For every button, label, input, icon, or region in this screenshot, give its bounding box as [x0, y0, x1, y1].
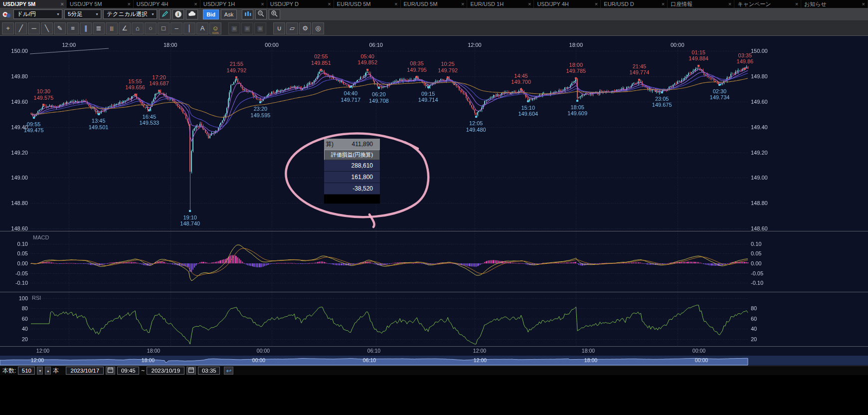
pin-tool[interactable]: ◎ — [312, 22, 324, 34]
crosshair-tool-icon: + — [6, 24, 10, 32]
tab-close-icon[interactable]: × — [528, 1, 531, 7]
tab-4[interactable]: USD/JPY D× — [267, 0, 334, 8]
tab-3[interactable]: USD/JPY 1H× — [200, 0, 267, 8]
spacer-1 — [222, 22, 227, 34]
tab-bar: USD/JPY 5M×USD/JPY 5M×USD/JPY 4H×USD/JPY… — [0, 0, 868, 8]
tab-0[interactable]: USD/JPY 5M× — [0, 0, 67, 8]
tab-close-icon[interactable]: × — [461, 1, 464, 7]
tab-close-icon[interactable]: × — [728, 1, 731, 7]
icon-tool-label: ICON — [210, 31, 221, 34]
tab-close-icon[interactable]: × — [127, 1, 130, 7]
time-from-input[interactable]: 09:45 — [117, 367, 139, 375]
tab-close-icon[interactable]: × — [862, 1, 865, 7]
bar-count-input[interactable]: 510 — [18, 367, 35, 375]
tab-close-icon[interactable]: × — [261, 1, 264, 7]
tab-close-icon[interactable]: × — [595, 1, 598, 7]
ask-button[interactable]: Ask — [221, 9, 237, 19]
tab-6[interactable]: EUR/USD 5M× — [401, 0, 468, 8]
pair-select[interactable]: ドル/円 ▼ — [13, 9, 62, 19]
icon-stamp-tool[interactable]: ☺ICON — [209, 22, 221, 34]
tab-9[interactable]: EUR/USD D× — [601, 0, 668, 8]
cloud-save-button[interactable] — [186, 9, 198, 19]
ellipse-tool-icon: ○ — [149, 24, 153, 32]
bid-button[interactable]: Bid — [203, 9, 219, 19]
ray-tool-icon: ╲ — [45, 24, 49, 32]
chevron-down-icon: ▼ — [95, 12, 99, 16]
pl-column-header-button[interactable]: 評価損益(円換算) — [324, 150, 380, 160]
tab-11[interactable]: キャンペーン× — [734, 0, 801, 8]
date-to-input[interactable]: 2023/10/19 — [147, 367, 184, 375]
layer-tool-1[interactable]: ▣ — [228, 22, 240, 34]
reload-button[interactable]: ↩ — [224, 367, 233, 375]
pin-tool-icon: ◎ — [315, 24, 321, 32]
ray-tool[interactable]: ╲ — [41, 22, 53, 34]
tab-label: EUR/USD 5M — [404, 1, 438, 7]
tab-12[interactable]: お知らせ× — [801, 0, 868, 8]
trendline-tool[interactable]: ╱ — [15, 22, 27, 34]
date-from-input[interactable]: 2023/10/17 — [66, 367, 104, 375]
text-tool[interactable]: A — [196, 22, 208, 34]
trendline-tool-icon: ╱ — [19, 24, 23, 32]
eraser-tool[interactable]: ▱ — [286, 22, 298, 34]
horizontal-line-tool[interactable]: ─ — [28, 22, 40, 34]
time-to-input[interactable]: 03:35 — [198, 367, 220, 375]
drawing-toolbar: +╱─╲✎≡∥≣|||∠⌂○□–│A☺ICON▣▣▣∪▱⚙◎ — [0, 21, 868, 36]
tab-label: キャンペーン — [737, 0, 771, 8]
info-button[interactable]: i — [173, 9, 184, 19]
count-increment-button[interactable]: ▲ — [45, 367, 51, 375]
ellipse-tool[interactable]: ○ — [145, 22, 157, 34]
tab-label: お知らせ — [804, 0, 827, 8]
magnet-tool[interactable]: ∪ — [273, 22, 285, 34]
tab-5[interactable]: EUR/USD 5M× — [334, 0, 401, 8]
rectangle-tool[interactable]: □ — [158, 22, 170, 34]
pencil-tool[interactable]: ✎ — [54, 22, 66, 34]
tab-label: EUR/USD D — [604, 1, 634, 7]
zoom-out-button[interactable] — [255, 9, 267, 19]
calendar-icon — [188, 367, 194, 374]
range-separator: ~ — [141, 367, 145, 374]
tab-10[interactable]: 口座情報× — [668, 0, 734, 8]
tab-2[interactable]: USD/JPY 4H× — [134, 0, 200, 8]
fib-timezone-tool[interactable]: ||| — [106, 22, 118, 34]
tab-close-icon[interactable]: × — [328, 1, 331, 7]
main-chart-canvas[interactable] — [0, 0, 868, 415]
bid-label: Bid — [206, 11, 215, 17]
tab-8[interactable]: USD/JPY 4H× — [534, 0, 601, 8]
layer-tool-3[interactable]: ▣ — [254, 22, 266, 34]
vertical-line-tool[interactable]: │ — [183, 22, 195, 34]
eraser-tool-icon: ▱ — [290, 24, 295, 32]
draw-pencil-button[interactable] — [159, 9, 171, 19]
channel-tool[interactable]: ∥ — [80, 22, 92, 34]
text-tool-icon: A — [200, 24, 205, 32]
zoom-in-button[interactable] — [269, 9, 280, 19]
wrench-tool[interactable]: ⚙ — [299, 22, 311, 34]
fib-retracement-tool[interactable]: ≣ — [93, 22, 105, 34]
bottom-control-bar: 本数: 510 ▼ ▲ 本 2023/10/17 09:45 ~ 2023/10… — [0, 366, 868, 375]
tab-label: EUR/USD 5M — [337, 1, 371, 7]
currency-pair-flag-icon — [2, 10, 11, 18]
pl-total-value: 411,890 — [352, 141, 373, 148]
parallel-lines-tool[interactable]: ≡ — [67, 22, 79, 34]
layer-tool-3-icon: ▣ — [257, 24, 263, 32]
segment-tool[interactable]: – — [171, 22, 182, 34]
pentagon-tool[interactable]: ⌂ — [132, 22, 144, 34]
timeframe-select[interactable]: 5分足 ▼ — [64, 9, 101, 19]
calendar-to-button[interactable] — [186, 367, 196, 375]
tab-close-icon[interactable]: × — [662, 1, 665, 7]
tab-close-icon[interactable]: × — [194, 1, 197, 7]
zoom-in-icon — [271, 10, 278, 18]
angle-line-tool[interactable]: ∠ — [119, 22, 131, 34]
main-toolbar: ドル/円 ▼ 5分足 ▼ テクニカル選択 ▼ i Bid Ask — [0, 8, 868, 21]
chevron-down-icon: ▼ — [56, 12, 60, 16]
calendar-from-button[interactable] — [106, 367, 115, 375]
chart-type-button[interactable] — [242, 9, 253, 19]
tab-close-icon[interactable]: × — [795, 1, 798, 7]
tab-close-icon[interactable]: × — [60, 1, 63, 7]
count-decrement-button[interactable]: ▼ — [37, 367, 43, 375]
layer-tool-2[interactable]: ▣ — [241, 22, 253, 34]
tab-1[interactable]: USD/JPY 5M× — [67, 0, 134, 8]
crosshair-tool[interactable]: + — [2, 22, 14, 34]
tab-7[interactable]: EUR/USD 1H× — [467, 0, 534, 8]
tab-close-icon[interactable]: × — [394, 1, 397, 7]
technical-select[interactable]: テクニカル選択 ▼ — [103, 9, 157, 19]
